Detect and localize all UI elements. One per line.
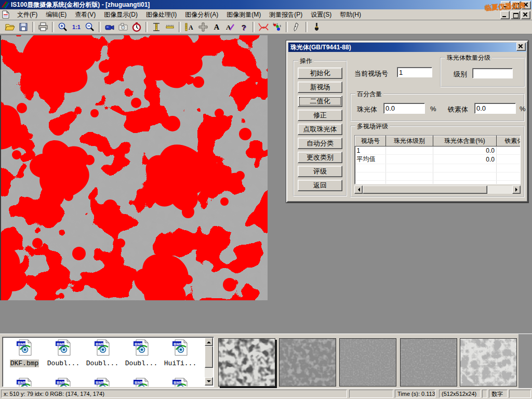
menu-view[interactable]: 查看(V) (71, 9, 100, 20)
video-capture-button[interactable] (103, 21, 116, 33)
file-name[interactable]: HuiTi... (164, 360, 197, 367)
timer-button[interactable] (130, 21, 143, 33)
toolbar-separator (145, 22, 148, 32)
color-count-button[interactable]: 1 2 3 (270, 21, 284, 33)
title-bar: IS100显微摄像系统(金相分析版) - [zhuguangti01] (0, 0, 532, 9)
move-button[interactable] (196, 21, 210, 33)
pearlite-percent-input[interactable] (383, 103, 425, 114)
file-item[interactable]: Doubl... (123, 339, 160, 367)
table-row[interactable]: 平均值 0.0 (355, 155, 521, 164)
thumbnail-4[interactable] (400, 338, 457, 387)
file-item[interactable] (6, 378, 43, 387)
thumbnail-3[interactable] (339, 338, 396, 387)
scroll-right-button[interactable] (512, 185, 521, 194)
save-button[interactable] (17, 21, 30, 33)
grading-group: 珠光体数量分级 级别 (440, 57, 525, 87)
rate-button[interactable]: 评级 (298, 166, 342, 177)
bottom-panel: BMP DKF.bmp Doubl... Doubl... Doubl... (0, 334, 532, 388)
current-field-input[interactable] (397, 67, 432, 77)
thumbnail-1[interactable] (218, 338, 275, 387)
vertical-measure-button[interactable] (150, 21, 163, 33)
col-grade[interactable]: 珠光体级别 (386, 136, 433, 147)
thumbnail-2[interactable] (279, 338, 336, 387)
menu-edit[interactable]: 编辑(E) (42, 9, 71, 20)
current-field-label: 当前视场号 (354, 69, 388, 78)
file-list-scrollbar[interactable] (205, 338, 213, 385)
curve-tool-button[interactable] (257, 21, 270, 33)
zoom-in-button[interactable] (56, 21, 70, 33)
file-item[interactable] (123, 378, 160, 387)
measure-label-button[interactable]: A (183, 21, 196, 33)
toolbar-separator (252, 22, 255, 32)
file-item[interactable]: DKF.bmp (6, 339, 43, 367)
child-close-button[interactable] (521, 11, 530, 19)
file-name[interactable]: DKF.bmp (10, 360, 39, 367)
time-panel: Time (s): 0.113 (395, 390, 435, 398)
annotate-button[interactable]: A (223, 21, 237, 33)
file-browser[interactable]: BMP DKF.bmp Doubl... Doubl... Doubl... (2, 337, 214, 387)
col-ferrite-content[interactable]: 铁素体 (497, 136, 521, 147)
open-button[interactable] (3, 21, 17, 33)
menu-bar: 文件(F) 编辑(E) 查看(V) 图像显示(D) 图像处理(I) 图像分析(A… (0, 9, 532, 20)
close-icon (522, 11, 530, 19)
scroll-down-button[interactable] (205, 377, 213, 385)
brush-tool-button[interactable] (310, 21, 323, 33)
menu-image-measure[interactable]: 图像测量(M) (222, 9, 265, 20)
snapshot-button[interactable] (116, 21, 130, 33)
dialog-close-button[interactable] (516, 43, 526, 51)
scroll-left-button[interactable] (354, 185, 363, 194)
new-field-button[interactable]: 新视场 (298, 82, 342, 93)
file-name[interactable]: Doubl... (86, 360, 119, 367)
menu-help[interactable]: 帮助(H) (336, 9, 365, 20)
col-field[interactable]: 视场号 (355, 136, 386, 147)
file-item[interactable]: Doubl... (45, 339, 82, 367)
thumbnail-5[interactable] (460, 338, 517, 387)
file-item[interactable] (84, 378, 121, 387)
scrollbar-thumb[interactable] (205, 346, 213, 368)
table-horizontal-scrollbar[interactable] (354, 185, 521, 194)
grade-input[interactable] (472, 68, 513, 78)
init-button[interactable]: 初始化 (298, 68, 342, 79)
actual-size-button[interactable]: 1:1 (70, 21, 83, 33)
help-button[interactable]: ? (237, 21, 250, 33)
actual-size-label: 1:1 (72, 24, 81, 30)
child-minimize-button[interactable] (500, 11, 510, 19)
print-button[interactable] (36, 21, 50, 33)
change-class-button[interactable]: 更改类别 (298, 152, 342, 163)
horizontal-measure-button[interactable] (163, 21, 177, 33)
text-tool-button[interactable]: A (210, 21, 223, 33)
binarize-button[interactable]: 二值化 (298, 96, 342, 107)
multi-field-table[interactable]: 视场号 珠光体级别 珠光体含量(%) 铁素体 1 0.0 平均值 0.0 (354, 135, 521, 184)
file-item[interactable] (162, 378, 199, 387)
menu-file[interactable]: 文件(F) (13, 9, 42, 20)
file-item[interactable] (45, 378, 82, 387)
child-restore-button[interactable] (511, 11, 520, 19)
file-item[interactable]: Doubl... (84, 339, 121, 367)
menu-image-processing[interactable]: 图像处理(I) (142, 9, 181, 20)
horizontal-ruler-icon (165, 22, 175, 32)
pen-tool-button[interactable] (290, 21, 303, 33)
dialog-title-bar[interactable]: 珠光体(GB/T9441-88) (288, 43, 526, 52)
svg-text:2: 2 (276, 23, 278, 26)
file-name[interactable]: Doubl... (125, 360, 158, 367)
operations-group-label: 操作 (298, 57, 314, 65)
pick-pearlite-button[interactable]: 点取珠光体 (298, 124, 342, 135)
table-row[interactable]: 1 0.0 (355, 147, 521, 155)
micrograph-image[interactable] (0, 35, 268, 300)
file-item[interactable]: HuiTi... (162, 339, 199, 367)
menu-measure-report[interactable]: 测量报告(P) (265, 9, 307, 20)
col-pearlite-content[interactable]: 珠光体含量(%) (433, 136, 497, 147)
correct-button[interactable]: 修正 (298, 110, 342, 121)
file-name[interactable]: Doubl... (47, 360, 80, 367)
menu-image-display[interactable]: 图像显示(D) (100, 9, 142, 20)
return-button[interactable]: 返回 (298, 180, 342, 191)
menu-settings[interactable]: 设置(S) (307, 9, 336, 20)
ferrite-percent-input[interactable] (474, 103, 516, 114)
scroll-up-button[interactable] (205, 338, 213, 346)
bmp-file-icon (55, 378, 72, 387)
grade-label: 级别 (454, 70, 467, 79)
scrollbar-thumb[interactable] (363, 185, 487, 194)
auto-classify-button[interactable]: 自动分类 (298, 138, 342, 149)
menu-image-analysis[interactable]: 图像分析(A) (181, 9, 222, 20)
zoom-out-button[interactable] (83, 21, 97, 33)
